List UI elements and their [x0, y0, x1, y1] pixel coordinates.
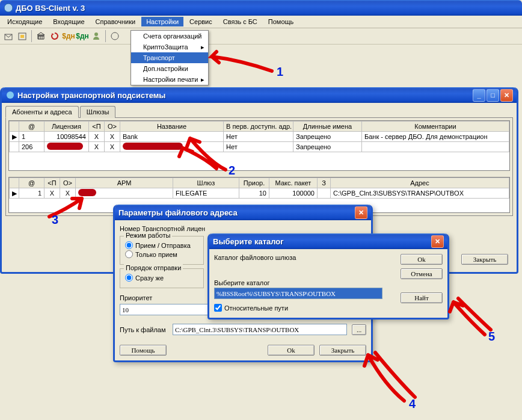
cell — [45, 142, 89, 152]
close-button[interactable]: ✕ — [431, 235, 444, 248]
help-button[interactable]: Помощь — [120, 345, 167, 356]
toolbar-bank-icon[interactable] — [35, 30, 47, 42]
menu-outgoing[interactable]: Исходящие — [2, 17, 47, 26]
label: Только прием — [135, 251, 177, 258]
toolbar-icon-refresh[interactable] — [49, 30, 61, 42]
close-button[interactable]: ✕ — [355, 206, 367, 219]
path-input[interactable] — [173, 324, 347, 335]
dropdown-item-transport[interactable]: Транспорт — [131, 52, 208, 63]
folder-path-input[interactable] — [214, 288, 382, 299]
menu-connection[interactable]: Связь с БС — [218, 17, 262, 26]
cell — [76, 188, 173, 199]
grid-header-z[interactable]: З — [318, 178, 331, 188]
tab-subscribers[interactable]: Абоненты и адреса — [5, 106, 79, 118]
close-button[interactable]: Закрыть — [319, 345, 366, 356]
order-option-immediately[interactable]: Сразу же — [125, 274, 198, 282]
checkbox[interactable] — [214, 304, 222, 312]
cell: 206 — [19, 142, 45, 152]
maximize-button[interactable]: □ — [487, 89, 499, 102]
svg-point-4 — [94, 32, 98, 36]
transport-close-button[interactable]: Закрыть — [461, 254, 508, 265]
grid-header-gateway[interactable]: Шлюз — [173, 178, 239, 188]
ok-button[interactable]: Ok — [401, 254, 443, 265]
grid-header-firstaddr[interactable]: В перв. доступн. адр. — [224, 122, 293, 132]
find-button[interactable]: Найт — [401, 292, 443, 303]
minimize-button[interactable]: _ — [473, 89, 485, 102]
grid-header-arm[interactable]: АРМ — [76, 178, 173, 188]
grid-header-at[interactable]: @ — [19, 122, 45, 132]
toolbar-icon-2[interactable] — [16, 30, 28, 42]
app-icon — [4, 3, 13, 13]
settings-dropdown: Счета организаций КриптоЗащита▸ Транспор… — [130, 30, 209, 85]
cell: X — [89, 142, 105, 152]
cell: X — [105, 132, 120, 142]
table-row[interactable]: ▶ 1 X X FILEGATE 10 100000 C:\GPB_Clnt.3… — [10, 188, 509, 199]
annotation-number: 5 — [488, 330, 495, 344]
tab-gateways[interactable]: Шлюзы — [80, 106, 116, 118]
grid-header-name[interactable]: Название — [120, 122, 224, 132]
redacted-value — [47, 143, 83, 150]
cell: 100000 — [269, 188, 318, 199]
submenu-arrow-icon: ▸ — [201, 76, 204, 84]
dropdown-item-extra[interactable]: Доп.настройки — [131, 63, 208, 74]
annotation-number: 4 — [409, 397, 416, 411]
radio[interactable] — [125, 274, 133, 282]
menubar: Исходящие Входящие Справочники Настройки… — [0, 16, 522, 28]
transport-tabs: Абоненты и адреса Шлюзы — [2, 103, 517, 117]
redacted-value — [123, 143, 183, 150]
dropdown-item-accounts[interactable]: Счета организаций — [131, 31, 208, 42]
menu-help[interactable]: Помощь — [263, 17, 299, 26]
cancel-button[interactable]: Отмена — [401, 268, 443, 279]
grid-header-p[interactable]: <П — [89, 122, 105, 132]
svg-point-6 — [7, 91, 14, 99]
menu-incoming[interactable]: Входящие — [48, 17, 89, 26]
toolbar-icon-1[interactable] — [2, 30, 14, 42]
ok-button[interactable]: Ok — [268, 345, 315, 356]
grid-header-maxpacket[interactable]: Макс. пакет — [269, 178, 318, 188]
cell: FILEGATE — [173, 188, 239, 199]
toolbar-separator — [31, 30, 32, 42]
menu-service[interactable]: Сервис — [185, 17, 217, 26]
subscribers-grid[interactable]: @ Лицензия <П О> Название В перв. доступ… — [8, 120, 510, 171]
toolbar-icon-user[interactable] — [90, 30, 102, 42]
toolbar-icon-currency2[interactable]: $дн — [76, 30, 88, 42]
redacted-value — [78, 189, 96, 196]
toolbar-icon-currency[interactable]: $дн — [63, 30, 75, 42]
grid-header[interactable] — [10, 122, 19, 132]
browse-button[interactable]: ... — [352, 324, 366, 335]
label: Сразу же — [135, 274, 164, 282]
mode-option-receive[interactable]: Только прием — [125, 250, 198, 258]
radio[interactable] — [125, 250, 133, 258]
grid-header-address[interactable]: Адрес — [331, 178, 509, 188]
menu-settings[interactable]: Настройки — [141, 17, 183, 26]
table-row[interactable]: ▶ 1 10098544 X X Bank Нет Запрещено Банк… — [10, 132, 509, 142]
menu-directories[interactable]: Справочники — [91, 17, 141, 26]
grid-header-p[interactable]: <П — [45, 178, 60, 188]
label: Относительные пути — [224, 304, 288, 312]
cell: 10098544 — [45, 132, 89, 142]
cell: Нет — [224, 132, 293, 142]
row-marker-icon — [10, 142, 19, 152]
mode-option-both[interactable]: Прием / Отправка — [125, 241, 198, 249]
label: Прием / Отправка — [135, 242, 191, 249]
grid-header-license[interactable]: Лицензия — [45, 122, 89, 132]
grid-header-o[interactable]: О> — [105, 122, 120, 132]
grid-header-longnames[interactable]: Длинные имена — [293, 122, 362, 132]
params-titlebar: Параметры файлового адреса ✕ — [115, 205, 371, 220]
cell: X — [89, 132, 105, 142]
grid-header[interactable] — [10, 178, 19, 188]
cell: Нет — [224, 142, 293, 152]
close-button[interactable]: ✕ — [500, 89, 513, 102]
cell: Запрещено — [293, 142, 362, 152]
relative-paths-check[interactable]: Относительные пути — [214, 304, 395, 312]
radio[interactable] — [125, 241, 133, 249]
dropdown-item-print[interactable]: Настройки печати▸ — [131, 74, 208, 85]
table-row[interactable]: 206 X X Нет Запрещено — [10, 142, 509, 152]
grid-header-at[interactable]: @ — [19, 178, 45, 188]
grid-header-priority[interactable]: Приор. — [239, 178, 269, 188]
row-marker-icon: ▶ — [10, 132, 19, 142]
dropdown-item-crypto[interactable]: КриптоЗащита▸ — [131, 42, 208, 52]
grid-header-o[interactable]: О> — [60, 178, 76, 188]
grid-header-comments[interactable]: Комментарии — [362, 122, 509, 132]
toolbar-icon-extra[interactable] — [109, 30, 121, 42]
